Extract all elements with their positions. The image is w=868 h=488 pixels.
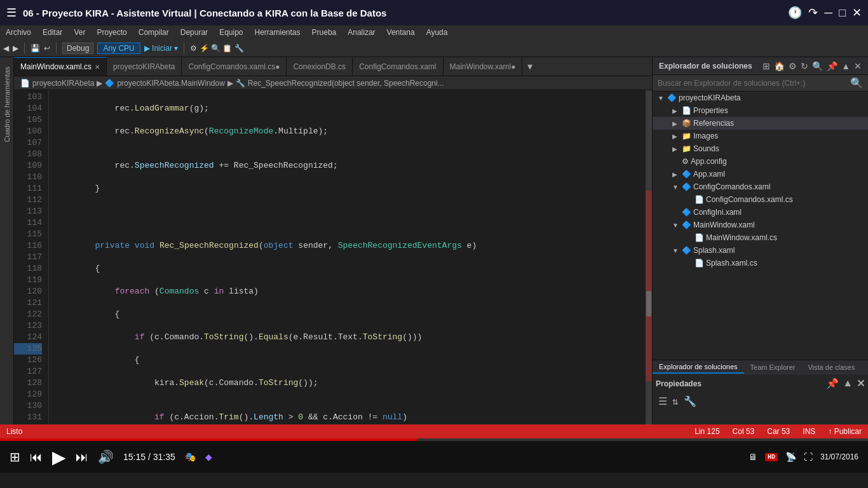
close-button[interactable]: ✕ (852, 6, 862, 20)
editor-scrollbar[interactable] (646, 90, 652, 424)
hamburger-menu[interactable]: ☰ (6, 6, 17, 20)
se-icon-search[interactable]: 🔍 (812, 61, 823, 71)
status-publish[interactable]: ↑ Publicar (828, 427, 862, 436)
config-icon: ⚙ (682, 157, 689, 166)
menu-prueba[interactable]: Prueba (309, 28, 339, 37)
cast-icon[interactable]: 📡 (785, 452, 796, 462)
fullscreen-icon[interactable]: ⛶ (804, 452, 813, 462)
vs-icon[interactable]: ◆ (205, 452, 212, 462)
video-controls: ⊞ ⏮ ▶ ⏭ 🔊 15:15 / 31:35 🎭 ◆ 🖥 HD 📡 ⛶ 31/… (0, 441, 868, 473)
back-icon[interactable]: ◀ (3, 44, 9, 53)
se-icon-1[interactable]: ⊞ (763, 61, 770, 71)
pin-icon[interactable]: 📌 (826, 377, 839, 390)
prop-icon-filter[interactable]: 🔧 (684, 395, 696, 408)
se-search-icon[interactable]: 🔍 (850, 77, 863, 90)
kira-icon[interactable]: 🎭 (185, 452, 196, 462)
se-icon-2[interactable]: 🏠 (774, 61, 785, 71)
sidebar-label: Cuadro de herramientas (3, 67, 11, 142)
se-item-images[interactable]: ▶ 📁 Images (653, 130, 868, 142)
se-item-appconfig[interactable]: ▶ ⚙ App.config (653, 155, 868, 168)
se-search-input[interactable] (658, 79, 850, 88)
maximize-button[interactable]: □ (839, 6, 846, 20)
se-item-label: Sounds (693, 144, 719, 153)
se-item-label: Splash.xaml (693, 246, 735, 255)
se-item-splashxaml[interactable]: ▼ 🔷 Splash.xaml (653, 244, 868, 257)
screen-icon[interactable]: 🖥 (749, 452, 757, 462)
se-tab-team[interactable]: Team Explorer (744, 360, 802, 374)
title-bar: ☰ 06 - Proyecto KIRA - Asistente Virtual… (0, 0, 868, 25)
play-button[interactable]: ▶ (52, 447, 66, 468)
se-item-appxaml[interactable]: ▶ 🔷 App.xaml (653, 168, 868, 180)
scrollbar-thumb[interactable] (646, 291, 651, 316)
bc-method[interactable]: Rec_SpeechRecognized(object sender, Spee… (248, 79, 444, 88)
se-close[interactable]: ✕ (854, 61, 862, 71)
scrollbar-accent (646, 191, 652, 381)
se-item-label: Images (693, 132, 718, 140)
save-icon[interactable]: 💾 (31, 44, 40, 53)
se-item-label: Splash.xaml.cs (706, 259, 757, 268)
menu-editar[interactable]: Editar (40, 28, 65, 37)
menu-equipo[interactable]: Equipo (217, 28, 245, 37)
tab-config-cs[interactable]: ConfigComandos.xaml.cs● (182, 57, 287, 76)
prop-icon-sort[interactable]: ⇅ (672, 395, 679, 408)
progress-bar-container[interactable] (0, 438, 868, 441)
undo-icon[interactable]: ↩ (44, 44, 50, 53)
menu-ver[interactable]: Ver (71, 28, 88, 37)
hd-badge: HD (765, 453, 778, 461)
code-content[interactable]: rec.LoadGrammar(g); rec.RecognizeAsync(R… (49, 90, 646, 424)
se-item-referencias[interactable]: ▶ 📦 Referencias (653, 117, 868, 130)
se-item-mainxaml[interactable]: ▼ 🔷 MainWindow.xaml (653, 219, 868, 231)
windows-button[interactable]: ⊞ (10, 449, 20, 464)
tab-mainwindow-xaml[interactable]: MainWindow.xaml● (444, 57, 523, 76)
se-item-splashcs[interactable]: ▶ 📄 Splash.xaml.cs (653, 257, 868, 269)
video-time: 15:15 / 31:35 (123, 452, 175, 462)
iniciar-button[interactable]: ▶ Iniciar ▾ (144, 44, 179, 53)
prev-button[interactable]: ⏮ (30, 450, 43, 464)
menu-ventana[interactable]: Ventana (384, 28, 417, 37)
forward-toolbar-icon[interactable]: ▶ (13, 44, 18, 53)
menu-ayuda[interactable]: Ayuda (424, 28, 451, 37)
cpu-platform[interactable]: Any CPU (97, 43, 140, 54)
tab-overflow[interactable]: ▾ (522, 57, 538, 76)
se-search[interactable]: 🔍 (653, 75, 868, 92)
bc-project[interactable]: proyectoKIRAbeta (32, 79, 94, 88)
se-item-configini[interactable]: ▶ 🔷 ConfigIni.xaml (653, 206, 868, 219)
menu-depurar[interactable]: Depurar (178, 28, 210, 37)
se-pin[interactable]: 📌 (827, 61, 837, 71)
se-icon-refresh[interactable]: ↻ (801, 61, 808, 71)
menu-herramientas[interactable]: Herramientas (252, 28, 303, 37)
tab-mainwindow-xaml-cs[interactable]: MainWindow.xaml.cs ✕ (14, 57, 107, 76)
tab-proyecto[interactable]: proyectoKIRAbeta (107, 57, 182, 76)
debug-config[interactable]: Debug (62, 43, 93, 54)
se-item-properties[interactable]: ▶ 📄 Properties (653, 104, 868, 117)
se-arrow[interactable]: ▲ (841, 61, 850, 71)
menu-compilar[interactable]: Compilar (136, 28, 172, 37)
menu-proyecto[interactable]: Proyecto (94, 28, 129, 37)
menu-archivo[interactable]: Archivo (3, 28, 34, 37)
minimize-button[interactable]: ─ (824, 6, 832, 20)
volume-button[interactable]: 🔊 (98, 449, 114, 464)
close-prop-icon[interactable]: ✕ (857, 377, 865, 390)
arrow-up-icon[interactable]: ▲ (843, 377, 853, 390)
se-item-configxaml[interactable]: ▼ 🔷 ConfigComandos.xaml (653, 180, 868, 193)
se-tab-classes[interactable]: Vista de clases (801, 360, 861, 374)
se-icon-3[interactable]: ⚙ (789, 61, 797, 71)
menu-analizar[interactable]: Analizar (345, 28, 377, 37)
next-button[interactable]: ⏭ (76, 450, 88, 464)
bc-class[interactable]: proyectoKIRAbeta.MainWindow (117, 79, 224, 88)
se-item-maincs[interactable]: ▶ 📄 MainWindow.xaml.cs (653, 231, 868, 244)
forward-icon[interactable]: ↷ (808, 6, 818, 20)
tab-config-xaml[interactable]: ConfigComandos.xaml (353, 57, 443, 76)
se-item-root[interactable]: ▼ 🔷 proyectoKIRAbeta (653, 92, 868, 104)
se-toolbar-icons: ⊞ 🏠 ⚙ ↻ 🔍 📌 ▲ ✕ (763, 61, 862, 71)
se-tab-explorer[interactable]: Explorador de soluciones (653, 360, 744, 374)
tab-conexion[interactable]: ConexionDB.cs (287, 57, 353, 76)
tab-close[interactable]: ✕ (95, 64, 100, 71)
properties-icon: 📄 (682, 106, 691, 115)
se-item-configcs[interactable]: ▶ 📄 ConfigComandos.xaml.cs (653, 193, 868, 206)
se-tab-label: Explorador de soluciones (659, 363, 738, 370)
se-item-sounds[interactable]: ▶ 📁 Sounds (653, 142, 868, 155)
bc-icon: 📄 (20, 79, 30, 88)
code-editor[interactable]: 103104105106107 108109110 11111211311411… (14, 90, 652, 424)
prop-icon-list[interactable]: ☰ (658, 395, 667, 408)
